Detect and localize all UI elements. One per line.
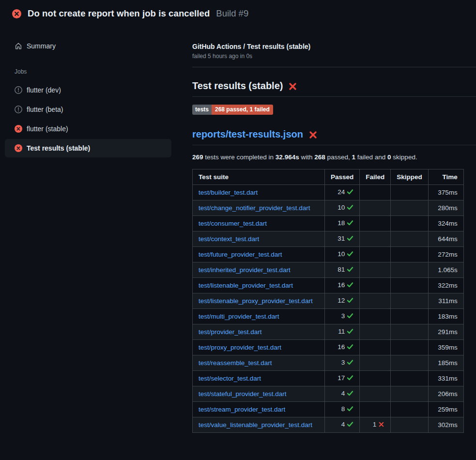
time-cell: 324ms [428, 216, 463, 231]
table-row: test/change_notifier_provider_test.dart … [193, 200, 464, 216]
job-label: flutter (stable) [27, 125, 68, 133]
job-failed-icon [15, 125, 22, 133]
failed-cell [360, 324, 391, 340]
main-content: GitHub Actions / Test results (stable) f… [177, 25, 476, 433]
suite-link[interactable]: test/change_notifier_provider_test.dart [199, 204, 310, 212]
col-test-suite: Test suite [193, 169, 325, 185]
check-icon [347, 266, 353, 274]
time-cell: 311ms [428, 293, 463, 309]
summary-segment: 0 [387, 153, 391, 161]
check-icon [347, 328, 353, 336]
skipped-cell [391, 247, 429, 262]
time-cell: 185ms [428, 355, 463, 371]
summary-segment: with [299, 153, 315, 161]
report-file-link[interactable]: reports/test-results.json [192, 129, 303, 140]
failed-cell [360, 278, 391, 293]
time-cell: 259ms [428, 402, 463, 417]
time-cell: 302ms [428, 417, 463, 433]
table-row: test/value_listenable_provider_test.dart… [193, 417, 464, 433]
failed-cell [360, 247, 391, 262]
sidebar-job-item[interactable]: flutter (stable) [5, 120, 171, 138]
failed-cell [360, 216, 391, 231]
skipped-cell [391, 278, 429, 293]
skipped-cell [391, 231, 429, 247]
sidebar-job-item[interactable]: Test results (stable) [5, 139, 171, 157]
badge-value: 268 passed, 1 failed [212, 105, 273, 115]
suite-link[interactable]: test/stateful_provider_test.dart [199, 390, 287, 398]
suite-link[interactable]: test/multi_provider_test.dart [199, 313, 279, 320]
suite-link[interactable]: test/proxy_provider_test.dart [199, 344, 281, 351]
col-time: Time [428, 169, 463, 185]
skipped-cell [391, 340, 429, 355]
sidebar-job-item[interactable]: flutter (beta) [5, 100, 171, 119]
check-icon [347, 297, 353, 305]
suite-link[interactable]: test/selector_test.dart [199, 375, 261, 382]
skipped-cell [391, 402, 429, 417]
failed-cell [360, 185, 391, 200]
table-row: test/context_test.dart 31 644ms [193, 231, 464, 247]
sidebar-job-item[interactable]: flutter (dev) [5, 81, 171, 99]
check-icon [347, 281, 353, 290]
failed-cell [360, 262, 391, 278]
summary-segment: skipped. [391, 153, 417, 161]
check-icon [347, 390, 353, 398]
failed-cell: 1 [360, 417, 391, 433]
suite-link[interactable]: test/listenable_proxy_provider_test.dart [199, 297, 313, 305]
summary-segment: tests were completed in [203, 153, 276, 161]
passed-cell: 10 [325, 200, 360, 216]
check-icon [347, 188, 353, 197]
time-cell: 644ms [428, 231, 463, 247]
suite-link[interactable]: test/builder_test.dart [199, 189, 258, 196]
skipped-cell [391, 417, 429, 433]
sidebar: Summary Jobs flutter (dev) flutter (beta… [0, 25, 177, 158]
suite-link[interactable]: test/context_test.dart [199, 235, 259, 243]
build-number: Build #9 [216, 8, 248, 19]
suite-link[interactable]: test/listenable_provider_test.dart [199, 282, 293, 289]
time-cell: 1.065s [428, 262, 463, 278]
passed-cell: 11 [325, 324, 360, 340]
failed-x-icon [288, 82, 297, 91]
check-icon [347, 343, 353, 352]
job-neutral-icon [15, 86, 22, 94]
check-icon [347, 312, 353, 321]
failed-cell [360, 371, 391, 386]
build-failed-icon [12, 9, 21, 18]
passed-cell: 10 [325, 247, 360, 262]
failed-cell [360, 231, 391, 247]
passed-cell: 8 [325, 402, 360, 417]
summary-segment: 32.964s [276, 153, 299, 161]
badge-label: tests [192, 105, 212, 115]
time-cell: 322ms [428, 278, 463, 293]
table-row: test/builder_test.dart 24 375ms [193, 185, 464, 200]
check-icon [347, 405, 353, 414]
skipped-cell [391, 355, 429, 371]
suite-link[interactable]: test/value_listenable_provider_test.dart [199, 421, 312, 429]
suite-link[interactable]: test/reassemble_test.dart [199, 359, 272, 367]
passed-cell: 16 [325, 340, 360, 355]
time-cell: 375ms [428, 185, 463, 200]
passed-cell: 12 [325, 293, 360, 309]
suite-link[interactable]: test/consumer_test.dart [199, 220, 267, 227]
check-icon [347, 250, 353, 259]
skipped-cell [391, 324, 429, 340]
suite-link[interactable]: test/provider_test.dart [199, 328, 262, 336]
table-row: test/selector_test.dart 17 331ms [193, 371, 464, 386]
table-row: test/listenable_provider_test.dart 16 32… [193, 278, 464, 293]
job-label: flutter (beta) [27, 106, 63, 113]
passed-cell: 31 [325, 231, 360, 247]
table-row: test/consumer_test.dart 18 324ms [193, 216, 464, 231]
passed-cell: 18 [325, 216, 360, 231]
suite-link[interactable]: test/future_provider_test.dart [199, 251, 282, 258]
col-passed: Passed [325, 169, 360, 185]
breadcrumb: GitHub Actions / Test results (stable) [192, 43, 476, 50]
test-results-table: Test suite Passed Failed Skipped Time te… [192, 169, 464, 433]
job-label: flutter (dev) [27, 86, 61, 94]
skipped-cell [391, 309, 429, 324]
table-row: test/multi_provider_test.dart 3 183ms [193, 309, 464, 324]
suite-link[interactable]: test/stream_provider_test.dart [199, 406, 285, 413]
section-title-text: Test results (stable) [192, 80, 283, 92]
sidebar-item-summary[interactable]: Summary [5, 37, 171, 55]
suite-link[interactable]: test/inherited_provider_test.dart [199, 266, 291, 274]
passed-cell: 3 [325, 355, 360, 371]
section-title: Test results (stable) [192, 80, 476, 97]
